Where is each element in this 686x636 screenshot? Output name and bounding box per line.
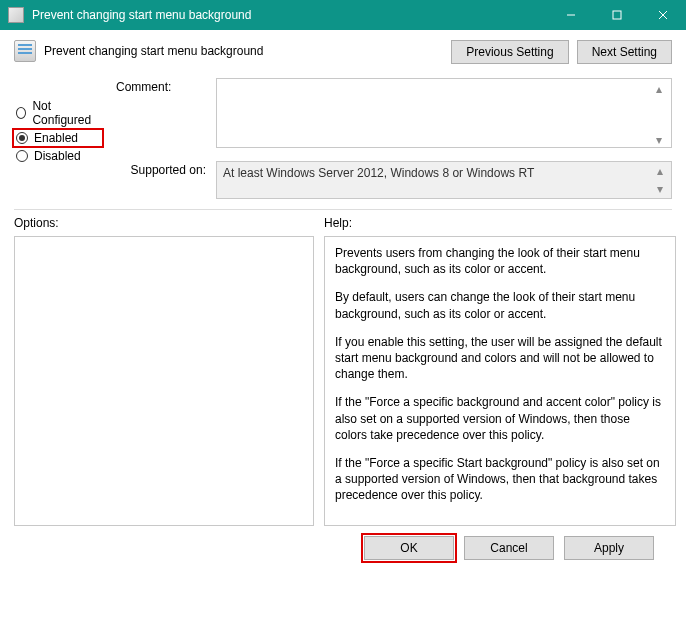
previous-setting-button[interactable]: Previous Setting <box>451 40 568 64</box>
radio-not-configured[interactable]: Not Configured <box>14 96 102 130</box>
help-panel: Prevents users from changing the look of… <box>324 236 676 526</box>
comment-label: Comment: <box>116 78 206 151</box>
close-button[interactable] <box>640 0 686 30</box>
radio-label: Enabled <box>34 131 78 145</box>
minimize-button[interactable] <box>548 0 594 30</box>
policy-name: Prevent changing start menu background <box>44 40 443 58</box>
radio-icon <box>16 150 28 162</box>
supported-on-label: Supported on: <box>116 161 206 199</box>
help-text: Prevents users from changing the look of… <box>335 245 665 277</box>
state-radio-group: Not Configured Enabled Disabled <box>14 96 102 199</box>
ok-button[interactable]: OK <box>364 536 454 560</box>
window-title: Prevent changing start menu background <box>32 8 548 22</box>
separator <box>14 209 672 210</box>
comment-input[interactable] <box>216 78 672 148</box>
radio-icon <box>16 107 26 119</box>
maximize-button[interactable] <box>594 0 640 30</box>
radio-icon <box>16 132 28 144</box>
radio-label: Disabled <box>34 149 81 163</box>
help-label: Help: <box>324 216 676 230</box>
options-panel <box>14 236 314 526</box>
apply-button[interactable]: Apply <box>564 536 654 560</box>
scroll-indicator: ▴▾ <box>657 164 669 196</box>
help-text: If you enable this setting, the user wil… <box>335 334 665 383</box>
svg-rect-1 <box>613 11 621 19</box>
radio-label: Not Configured <box>32 99 100 127</box>
app-icon <box>8 7 24 23</box>
policy-icon <box>14 40 36 62</box>
next-setting-button[interactable]: Next Setting <box>577 40 672 64</box>
radio-disabled[interactable]: Disabled <box>14 146 102 166</box>
cancel-button[interactable]: Cancel <box>464 536 554 560</box>
supported-on-text: At least Windows Server 2012, Windows 8 … <box>223 166 534 180</box>
supported-on-value: At least Windows Server 2012, Windows 8 … <box>216 161 672 199</box>
help-text: By default, users can change the look of… <box>335 289 665 321</box>
options-label: Options: <box>14 216 314 230</box>
radio-enabled[interactable]: Enabled <box>12 128 104 148</box>
help-text: If the "Force a specific Start backgroun… <box>335 455 665 504</box>
titlebar: Prevent changing start menu background <box>0 0 686 30</box>
scroll-indicator: ▴▾ <box>656 82 668 147</box>
help-text: If the "Force a specific background and … <box>335 394 665 443</box>
